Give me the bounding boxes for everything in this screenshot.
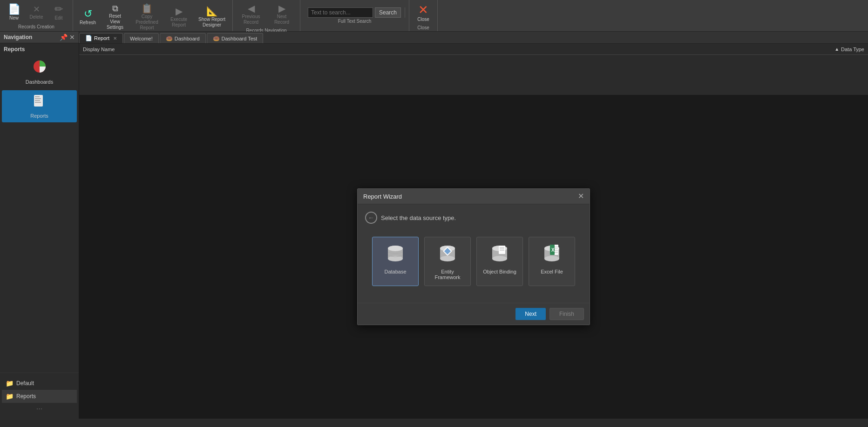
toolbar-group-view: ↺ Refresh ⧉ Reset View Settings 📋 Copy P… — [73, 0, 233, 31]
toolbar: 📄 New ✕ Delete ✏ Edit Records Creation ↺… — [0, 0, 868, 32]
edit-icon: ✏ — [54, 4, 63, 14]
svg-point-26 — [544, 256, 559, 261]
toolbar-group-records-navigation: ◀ Previous Record ▶ Next Record Records … — [233, 0, 300, 31]
previous-record-button[interactable]: ◀ Previous Record — [237, 2, 265, 27]
close-group-label: Close — [417, 24, 429, 30]
sidebar-more-options[interactable]: ··· — [2, 403, 77, 415]
content-body: Report Wizard ✕ ← Select the data source… — [79, 55, 868, 419]
column-header-data-type: ▲ Data Type — [834, 47, 864, 52]
reports-icon — [33, 94, 47, 111]
next-record-button[interactable]: ▶ Next Record — [267, 2, 296, 27]
show-report-designer-label: Show Report Designer — [198, 17, 226, 28]
sidebar-close-icon[interactable]: ✕ — [69, 33, 75, 41]
tabs-bar: 📄 Report ✕ Welcome! 🍩 Dashboard 🍩 Dashbo… — [79, 32, 868, 44]
tab-report[interactable]: 📄 Report ✕ — [79, 33, 123, 43]
database-icon — [384, 243, 407, 265]
sidebar-item-reports[interactable]: Reports — [2, 90, 77, 122]
tab-report-icon: 📄 — [85, 35, 92, 41]
datasource-excel-file[interactable]: X Excel File — [529, 237, 575, 286]
edit-button[interactable]: ✏ Edit — [48, 2, 69, 23]
sidebar-item-dashboards[interactable]: Dashboards — [2, 55, 77, 88]
svg-point-9 — [388, 246, 403, 251]
svg-rect-3 — [35, 98, 41, 99]
new-label: New — [9, 15, 19, 21]
sidebar-pin-icon[interactable]: 📌 — [60, 33, 68, 41]
tab-report-close[interactable]: ✕ — [113, 36, 117, 41]
tab-dashboard[interactable]: 🍩 Dashboard — [160, 33, 206, 43]
datasource-grid: Database — [365, 233, 582, 295]
folder-default-icon: 📁 — [6, 380, 14, 387]
finish-button[interactable]: Finish — [549, 308, 584, 320]
tab-dashboard-test[interactable]: 🍩 Dashboard Test — [207, 33, 264, 43]
sidebar-header-icons: 📌 ✕ — [60, 33, 75, 41]
sidebar-folder-default[interactable]: 📁 Default — [2, 377, 77, 390]
refresh-button[interactable]: ↺ Refresh — [77, 7, 99, 27]
modal-subtitle-row: ← Select the data source type. — [365, 212, 582, 224]
folder-default-label: Default — [16, 380, 34, 387]
modal-body: ← Select the data source type. — [358, 204, 590, 303]
close-icon: ✕ — [418, 4, 428, 16]
sort-up-icon: ▲ — [834, 47, 839, 52]
svg-rect-20 — [499, 246, 505, 254]
tab-dashboard-test-icon: 🍩 — [213, 35, 220, 42]
execute-report-label: Execute Report — [167, 17, 190, 28]
refresh-icon: ↺ — [84, 9, 92, 19]
close-button[interactable]: ✕ Close — [413, 2, 434, 24]
tab-dashboard-label: Dashboard — [175, 36, 200, 41]
svg-point-18 — [492, 256, 507, 261]
toolbar-group-records-creation-inner: 📄 New ✕ Delete ✏ Edit — [4, 2, 69, 23]
next-button[interactable]: Next — [515, 308, 546, 320]
object-binding-icon — [488, 243, 511, 265]
datasource-object-binding[interactable]: Object Binding — [476, 237, 523, 286]
datasource-database[interactable]: Database — [372, 237, 419, 286]
sidebar-header: Navigation 📌 ✕ — [0, 32, 79, 43]
close-label: Close — [417, 17, 429, 22]
toolbar-group-close-inner: ✕ Close — [413, 2, 434, 24]
sidebar-folder-reports[interactable]: 📁 Reports — [2, 390, 77, 403]
toolbar-group-nav-inner: ◀ Previous Record ▶ Next Record — [237, 2, 296, 27]
copy-predefined-button[interactable]: 📋 Copy Predefined Report — [131, 2, 163, 33]
search-button[interactable]: Search — [375, 7, 401, 18]
edit-label: Edit — [54, 15, 62, 21]
show-report-designer-button[interactable]: 📐 Show Report Designer — [195, 5, 229, 30]
report-wizard-modal: Report Wizard ✕ ← Select the data source… — [357, 188, 590, 325]
svg-point-12 — [440, 256, 455, 261]
dashboards-icon — [32, 59, 47, 77]
back-arrow-icon: ← — [368, 214, 374, 221]
tab-report-label: Report — [94, 35, 109, 41]
next-record-icon: ▶ — [278, 4, 285, 13]
new-button[interactable]: 📄 New — [4, 2, 24, 23]
next-record-label: Next Record — [270, 14, 293, 25]
modal-close-button[interactable]: ✕ — [578, 193, 584, 200]
entity-framework-label: Entity Framework — [428, 269, 467, 280]
modal-overlay: Report Wizard ✕ ← Select the data source… — [79, 95, 868, 419]
reset-view-button[interactable]: ⧉ Reset View Settings — [101, 2, 129, 32]
column-header-bar: Display Name ▲ Data Type — [79, 44, 868, 55]
search-input[interactable] — [308, 7, 373, 18]
reset-view-icon: ⧉ — [112, 4, 118, 13]
entity-framework-icon — [436, 243, 459, 265]
svg-text:X: X — [551, 247, 555, 253]
column-header-display-name: Display Name — [83, 47, 834, 52]
sidebar-bottom: 📁 Default 📁 Reports ··· — [0, 373, 79, 419]
modal-footer: Next Finish — [358, 303, 590, 325]
modal-back-button[interactable]: ← — [365, 212, 377, 224]
tab-welcome[interactable]: Welcome! — [124, 33, 159, 43]
execute-report-button[interactable]: ▶ Execute Report — [164, 5, 193, 30]
modal-title: Report Wizard — [363, 193, 402, 200]
tab-welcome-label: Welcome! — [130, 36, 153, 41]
tab-dashboard-icon: 🍩 — [166, 35, 173, 42]
folder-reports-icon: 📁 — [6, 393, 14, 400]
copy-predefined-icon: 📋 — [141, 4, 153, 13]
delete-icon: ✕ — [33, 5, 40, 13]
toolbar-group-search: Search Full Text Search — [300, 0, 409, 31]
reset-view-label: Reset View Settings — [103, 13, 127, 30]
sidebar-section-reports-label: Reports — [0, 43, 79, 54]
excel-file-icon: X — [541, 243, 563, 265]
toolbar-group-view-inner: ↺ Refresh ⧉ Reset View Settings 📋 Copy P… — [77, 2, 229, 33]
show-report-designer-icon: 📐 — [206, 7, 218, 16]
reports-label: Reports — [30, 113, 48, 119]
delete-button[interactable]: ✕ Delete — [26, 3, 47, 22]
database-label: Database — [384, 269, 406, 274]
datasource-entity-framework[interactable]: Entity Framework — [424, 237, 471, 286]
